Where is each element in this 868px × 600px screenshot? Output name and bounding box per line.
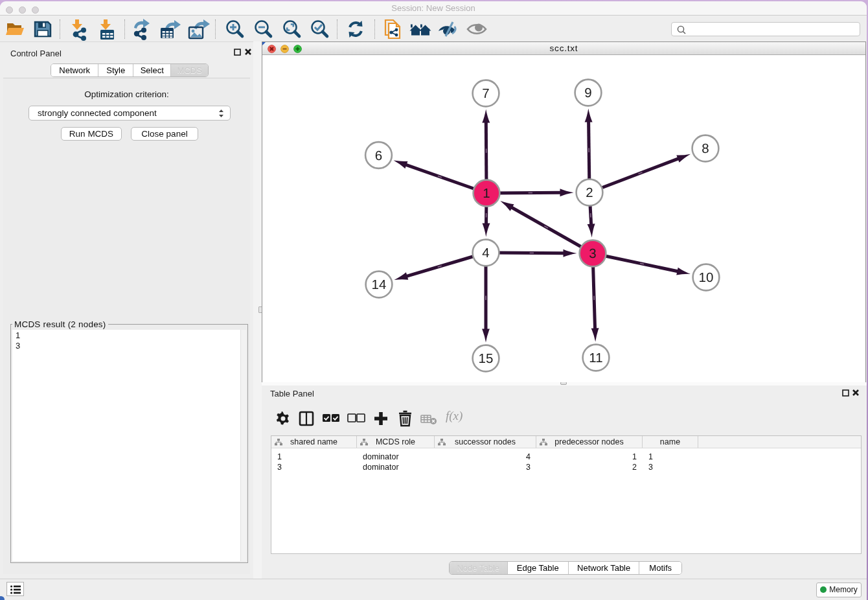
svg-text:7: 7 xyxy=(482,86,489,101)
svg-text:6: 6 xyxy=(375,148,382,163)
svg-text:2: 2 xyxy=(586,185,593,200)
svg-text:10: 10 xyxy=(699,270,714,285)
svg-text:11: 11 xyxy=(589,351,602,365)
svg-text:9: 9 xyxy=(584,86,591,100)
svg-text:8: 8 xyxy=(702,141,709,156)
svg-text:4: 4 xyxy=(482,246,489,260)
svg-text:14: 14 xyxy=(372,277,387,292)
svg-text:15: 15 xyxy=(479,351,494,366)
svg-text:1: 1 xyxy=(483,186,490,201)
svg-text:3: 3 xyxy=(589,246,596,261)
